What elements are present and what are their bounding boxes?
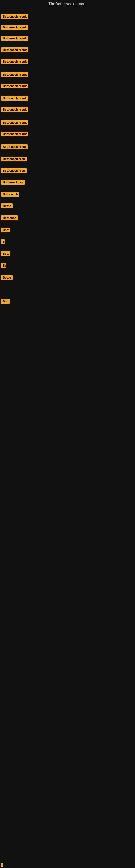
bottleneck-badge-23[interactable]: Bottle	[1, 275, 13, 280]
bottleneck-badge-4[interactable]: Bottleneck result	[1, 48, 28, 52]
bottleneck-badge-1[interactable]: Bottleneck result	[1, 14, 28, 19]
result-row-23: Bottle	[1, 275, 13, 281]
result-row-11: Bottleneck result	[1, 131, 28, 137]
result-row-16: Bottleneck	[1, 192, 19, 198]
result-row-2: Bottleneck result	[1, 25, 28, 31]
bottleneck-badge-11[interactable]: Bottleneck result	[1, 131, 28, 136]
bottleneck-badge-17[interactable]: Bottle	[1, 204, 13, 208]
bottleneck-badge-9[interactable]: Bottleneck result	[1, 107, 28, 112]
result-row-22: Bo	[1, 263, 6, 269]
result-row-7: Bottleneck result	[1, 84, 28, 90]
result-row-6: Bottleneck result	[1, 72, 28, 78]
bottleneck-badge-3[interactable]: Bottleneck result	[1, 36, 28, 41]
result-row-17: Bottle	[1, 204, 13, 209]
result-row-1: Bottleneck result	[1, 14, 28, 20]
bottleneck-badge-18[interactable]: Bottlenec	[1, 215, 18, 220]
result-row-12: Bottleneck resul	[1, 144, 28, 150]
bottleneck-badge-5[interactable]: Bottleneck result	[1, 59, 28, 64]
result-row-10: Bottleneck result	[1, 120, 28, 126]
result-row-3: Bottleneck result	[1, 36, 28, 42]
bottleneck-badge-12[interactable]: Bottleneck resul	[1, 144, 28, 149]
bottleneck-badge-13[interactable]: Bottleneck resu	[1, 156, 27, 161]
bottleneck-badge-7[interactable]: Bottleneck result	[1, 84, 28, 88]
result-row-4: Bottleneck result	[1, 48, 28, 54]
bottleneck-badge-8[interactable]: Bottleneck result	[1, 96, 28, 101]
bottleneck-badge-22[interactable]: Bo	[1, 263, 6, 268]
results-container: Bottleneck result Bottleneck result Bott…	[0, 9, 135, 868]
result-row-20: B	[1, 239, 5, 245]
bottleneck-badge-15[interactable]: Bottleneck res	[1, 180, 25, 185]
bottleneck-badge-25[interactable]: Bolt	[1, 299, 10, 304]
result-row-19: Bott	[1, 227, 10, 234]
result-row-15: Bottleneck res	[1, 180, 25, 186]
bottleneck-badge-6[interactable]: Bottleneck result	[1, 72, 28, 77]
site-title: TheBottlenecker.com	[0, 0, 135, 9]
bottleneck-badge-14[interactable]: Bottleneck resu	[1, 168, 27, 173]
result-row-18: Bottlenec	[1, 215, 18, 221]
result-row-25: Bolt	[1, 299, 10, 305]
bottleneck-badge-20[interactable]: B	[1, 239, 5, 244]
bottleneck-badge-final[interactable]: |	[1, 863, 3, 867]
bottleneck-badge-19[interactable]: Bott	[1, 227, 10, 232]
result-row-8: Bottleneck result	[1, 96, 28, 102]
result-row-final: |	[1, 863, 3, 868]
result-row-13: Bottleneck resu	[1, 156, 27, 162]
bottleneck-badge-2[interactable]: Bottleneck result	[1, 25, 28, 30]
result-row-14: Bottleneck resu	[1, 168, 27, 174]
bottleneck-badge-21[interactable]: Bott	[1, 251, 10, 256]
bottleneck-badge-16[interactable]: Bottleneck	[1, 192, 19, 197]
result-row-9: Bottleneck result	[1, 107, 28, 113]
result-row-21: Bott	[1, 251, 10, 257]
result-row-5: Bottleneck result	[1, 59, 28, 65]
bottleneck-badge-10[interactable]: Bottleneck result	[1, 120, 28, 125]
